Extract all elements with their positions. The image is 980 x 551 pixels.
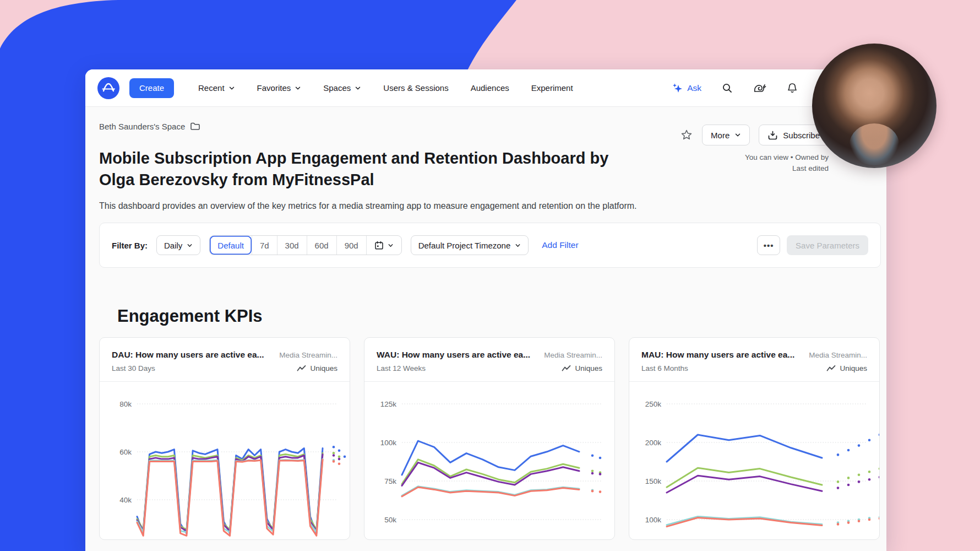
kpi-card-mau[interactable]: MAU: How many users are active ea... Med… [629, 337, 880, 540]
nav-item-users-sessions[interactable]: Users & Sessions [383, 83, 448, 93]
section-title: Engagement KPIs [117, 306, 881, 326]
nav-right: Ask [672, 82, 798, 94]
bell-icon [786, 82, 798, 94]
line-chart-icon [826, 365, 836, 372]
page-description: This dashboard provides an overview of t… [99, 201, 881, 211]
svg-text:125k: 125k [380, 400, 397, 408]
range-segment-60d[interactable]: 60d [307, 236, 336, 255]
card-range: Last 12 Weeks [377, 364, 426, 372]
svg-text:50k: 50k [384, 516, 396, 524]
search-icon [721, 82, 733, 94]
notifications-button[interactable] [786, 82, 798, 94]
card-range: Last 30 Days [112, 364, 155, 372]
folder-icon [190, 122, 200, 131]
calendar-segment[interactable] [366, 236, 401, 255]
snail-icon [753, 82, 766, 94]
range-segment-7d[interactable]: 7d [252, 236, 277, 255]
wau-chart[interactable]: 125k100k75k50k [364, 382, 614, 539]
page-background: { "background": { "page_color": "#f6ced6… [0, 0, 980, 551]
svg-text:200k: 200k [645, 439, 662, 447]
chevron-down-icon [228, 85, 235, 91]
dau-chart[interactable]: 80k60k40k [100, 382, 350, 539]
card-metric: Uniques [826, 364, 867, 372]
card-source: Media Streamin... [279, 351, 337, 359]
kpi-card-dau[interactable]: DAU: How many users are active ea... Med… [99, 337, 350, 540]
card-range: Last 6 Months [641, 364, 688, 372]
nav-item-favorites[interactable]: Favorites [257, 83, 302, 93]
top-nav: Create Recent Favorites Spaces Users & S… [85, 69, 886, 107]
subscribe-inbox-icon [767, 130, 778, 141]
line-chart-icon [562, 365, 571, 372]
nav-item-spaces[interactable]: Spaces [323, 83, 361, 93]
svg-text:100k: 100k [380, 439, 397, 447]
save-parameters-button[interactable]: Save Parameters [787, 235, 868, 255]
kpi-card-wau[interactable]: WAU: How many users are active ea... Med… [364, 337, 615, 540]
app-window: Create Recent Favorites Spaces Users & S… [85, 69, 886, 551]
more-button[interactable]: More [702, 125, 750, 145]
card-metric: Uniques [562, 364, 602, 372]
star-icon [680, 128, 693, 142]
amplitude-logo-icon[interactable] [97, 77, 119, 99]
card-title[interactable]: MAU: How many users are active ea... [641, 350, 794, 360]
svg-text:150k: 150k [645, 477, 662, 485]
kpi-cards-row: DAU: How many users are active ea... Med… [99, 337, 881, 540]
interval-dropdown[interactable]: Daily [156, 235, 200, 255]
nav-item-experiment[interactable]: Experiment [531, 83, 573, 93]
page-title: Mobile Subscription App Engagement and R… [99, 148, 628, 191]
chevron-down-icon [388, 242, 394, 249]
nav-item-audiences[interactable]: Audiences [471, 83, 509, 93]
nav-item-recent[interactable]: Recent [198, 83, 235, 93]
chevron-down-icon [355, 85, 361, 91]
create-button[interactable]: Create [129, 78, 174, 98]
svg-text:75k: 75k [384, 477, 396, 485]
svg-text:40k: 40k [119, 496, 132, 504]
svg-text:60k: 60k [119, 448, 132, 456]
user-avatar[interactable] [812, 44, 937, 168]
ask-button[interactable]: Ask [672, 83, 701, 94]
card-source: Media Streamin... [544, 351, 602, 359]
nav-items: Recent Favorites Spaces Users & Sessions… [198, 83, 573, 93]
chevron-down-icon [187, 242, 193, 249]
more-options-button[interactable]: ••• [757, 235, 780, 255]
breadcrumb-label: Beth Saunders's Space [99, 122, 185, 131]
card-source: Media Streamin... [809, 351, 867, 359]
timezone-dropdown[interactable]: Default Project Timezone [411, 235, 529, 255]
sparkle-icon [672, 83, 683, 94]
whats-new-button[interactable] [753, 82, 766, 94]
svg-text:80k: 80k [119, 400, 132, 408]
search-button[interactable] [721, 82, 733, 94]
page-body: More Subscribe You can view • Owned by L… [85, 117, 886, 540]
header-right: More Subscribe You can view • Owned by L… [680, 125, 829, 174]
filter-bar: Filter By: Daily Default 7d 30d 60d 90d [99, 223, 881, 268]
date-range-segmented-control: Default 7d 30d 60d 90d [209, 235, 401, 255]
permission-text: You can view • Owned by [680, 152, 829, 163]
line-chart-icon [297, 365, 306, 372]
svg-text:100k: 100k [645, 516, 662, 524]
range-segment-30d[interactable]: 30d [277, 236, 307, 255]
range-segment-default[interactable]: Default [210, 236, 252, 255]
card-title[interactable]: DAU: How many users are active ea... [112, 350, 264, 360]
chevron-down-icon [295, 85, 301, 91]
svg-text:250k: 250k [645, 400, 662, 408]
card-metric: Uniques [297, 364, 337, 372]
favorite-star-button[interactable] [680, 128, 693, 142]
mau-chart[interactable]: 250k200k150k100k [629, 382, 879, 539]
chevron-down-icon [515, 242, 521, 249]
chevron-down-icon [734, 132, 741, 138]
last-edited-text: Last edited [680, 163, 829, 174]
card-title[interactable]: WAU: How many users are active ea... [377, 350, 530, 360]
filter-by-label: Filter By: [112, 241, 148, 250]
add-filter-link[interactable]: Add Filter [542, 240, 578, 250]
calendar-icon [374, 241, 384, 250]
range-segment-90d[interactable]: 90d [336, 236, 366, 255]
